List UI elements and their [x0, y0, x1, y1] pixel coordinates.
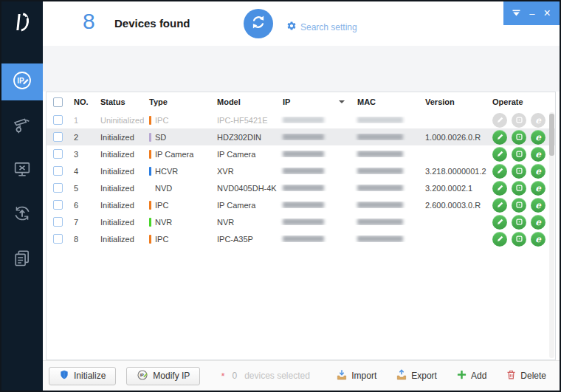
col-version: Version [420, 97, 487, 106]
details-box-icon[interactable] [512, 181, 526, 196]
import-icon [336, 369, 348, 383]
browser-e-icon[interactable]: e [531, 198, 545, 213]
table-row[interactable]: 5 Initialized NVD NVD0405DH-4K 3.200.000… [47, 179, 555, 196]
edit-pencil-icon[interactable] [492, 198, 507, 213]
sidebar: IP [1, 1, 43, 391]
row-status: Initialized [95, 218, 144, 227]
browser-e-icon[interactable]: e [531, 215, 545, 230]
row-status: Initialized [95, 201, 144, 210]
refresh-button[interactable] [244, 9, 273, 38]
details-box-icon[interactable] [512, 130, 526, 145]
type-color-bar [149, 167, 151, 176]
row-checkbox[interactable] [53, 115, 63, 125]
details-box-icon [512, 113, 526, 128]
col-mac: MAC [352, 97, 420, 106]
ip-redacted [283, 219, 324, 225]
details-box-icon[interactable] [512, 232, 526, 247]
select-all-checkbox[interactable] [53, 97, 63, 107]
edit-pencil-icon[interactable] [492, 181, 507, 196]
close-icon[interactable]: × [544, 7, 551, 19]
row-model: IP Camera [212, 150, 278, 159]
row-model: HDZ302DIN [212, 133, 278, 142]
selected-suffix: devices selected [244, 371, 310, 381]
footer-bar: Initialize IP Modify IP * 0 devices sele… [43, 360, 560, 391]
sort-icon[interactable] [339, 100, 345, 103]
row-type: IPC [155, 201, 168, 210]
row-status: Initialized [95, 235, 144, 244]
browser-e-icon[interactable]: e [531, 147, 545, 162]
table-header-row: NO. Status Type Model IP MAC Version Ope… [47, 92, 555, 111]
camera-gear-icon [12, 114, 32, 138]
table-row[interactable]: 2 Initialized SD HDZ302DIN 1.000.0026.0.… [47, 128, 555, 145]
browser-e-icon[interactable]: e [531, 164, 545, 179]
browser-e-icon[interactable]: e [531, 181, 545, 196]
details-box-icon[interactable] [512, 164, 526, 179]
edit-pencil-icon[interactable] [492, 232, 507, 247]
browser-e-icon[interactable]: e [531, 130, 545, 145]
sidebar-item-device-config[interactable] [1, 108, 43, 145]
table-row[interactable]: 6 Initialized IPC IP Camera 2.600.0003.0… [47, 196, 555, 213]
export-button[interactable]: Export [396, 369, 437, 383]
sidebar-item-log[interactable] [1, 241, 43, 278]
table-row[interactable]: 4 Initialized HCVR XVR 3.218.0000001.2 e [47, 162, 555, 179]
details-box-icon[interactable] [512, 147, 526, 162]
row-checkbox[interactable] [53, 183, 63, 193]
col-ip[interactable]: IP [278, 97, 352, 106]
row-model: IPC-HF5421E [212, 116, 278, 125]
sidebar-item-system-settings[interactable] [1, 152, 43, 189]
table-row[interactable]: 3 Initialized IP Camera IP Camera e [47, 145, 555, 162]
details-box-icon[interactable] [512, 215, 526, 230]
dahua-logo [1, 1, 43, 43]
details-box-icon[interactable] [512, 198, 526, 213]
col-operate: Operate [487, 97, 555, 106]
row-checkbox[interactable] [53, 149, 63, 159]
minimize-icon[interactable]: – [529, 9, 534, 18]
export-label: Export [411, 371, 437, 381]
type-color-bar [149, 218, 151, 227]
collapse-arrow-icon[interactable] [512, 10, 520, 17]
row-model: XVR [212, 167, 278, 176]
row-model: IPC-A35P [212, 235, 278, 244]
table-row[interactable]: 1 Uninitialized IPC IPC-HF5421E e [47, 111, 555, 128]
edit-pencil-icon[interactable] [492, 147, 507, 162]
table-row[interactable]: 7 Initialized NVR NVR e [47, 213, 555, 230]
selection-info: * 0 devices selected [221, 371, 309, 382]
edit-pencil-icon[interactable] [492, 215, 507, 230]
ip-circle-icon: IP [11, 69, 33, 94]
row-no: 8 [69, 235, 95, 244]
mac-redacted [357, 117, 403, 123]
row-checkbox[interactable] [53, 132, 63, 142]
row-checkbox[interactable] [53, 166, 63, 176]
sidebar-item-upgrade[interactable] [1, 196, 43, 233]
initialize-button[interactable]: Initialize [49, 367, 116, 385]
row-no: 3 [69, 150, 95, 159]
row-status: Initialized [95, 167, 144, 176]
edit-pencil-icon [492, 113, 507, 128]
modify-ip-button[interactable]: IP Modify IP [126, 367, 200, 385]
row-checkbox[interactable] [53, 217, 63, 227]
search-setting-button[interactable]: Search setting [286, 21, 357, 33]
table-row[interactable]: 8 Initialized IPC IPC-A35P e [47, 230, 555, 247]
add-label: Add [471, 371, 486, 381]
main-area: 8 Devices found Sear [43, 1, 560, 391]
row-no: 4 [69, 167, 95, 176]
filter-bar: All IPC NVR SD Others DVR [43, 46, 560, 92]
delete-label: Delete [520, 371, 546, 381]
delete-button[interactable]: Delete [506, 369, 546, 382]
edit-pencil-icon[interactable] [492, 164, 507, 179]
device-count: 8 [83, 9, 95, 34]
import-button[interactable]: Import [336, 369, 376, 383]
mac-redacted [357, 134, 403, 140]
row-checkbox[interactable] [53, 200, 63, 210]
row-status: Initialized [95, 184, 144, 193]
sidebar-item-ip-modify[interactable]: IP [1, 63, 43, 100]
add-button[interactable]: Add [456, 369, 486, 382]
initialize-label: Initialize [74, 371, 106, 381]
edit-pencil-icon[interactable] [492, 130, 507, 145]
scrollbar-thumb[interactable] [549, 114, 554, 156]
search-setting-label: Search setting [300, 22, 357, 32]
row-model: NVR [212, 218, 278, 227]
browser-e-icon[interactable]: e [531, 232, 545, 247]
row-type: IPC [155, 116, 168, 125]
row-checkbox[interactable] [53, 234, 63, 244]
